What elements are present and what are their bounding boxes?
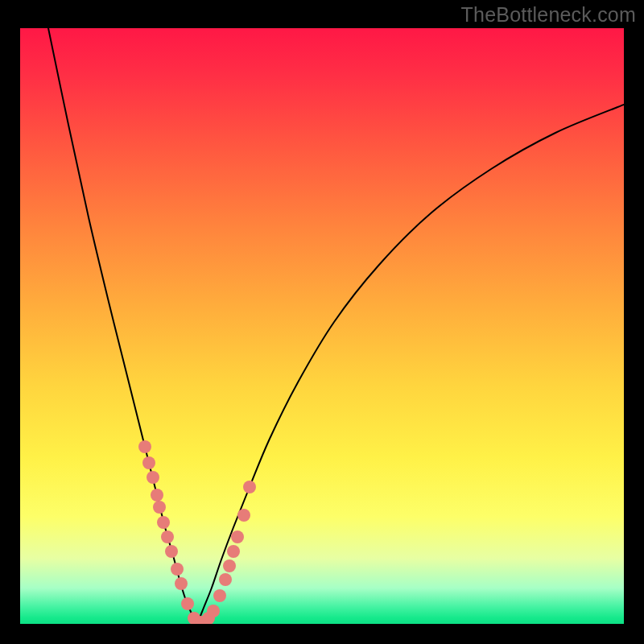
data-marker (147, 471, 159, 484)
curve-left (48, 28, 197, 624)
chart-container: TheBottleneck.com (0, 0, 644, 644)
data-marker (151, 489, 163, 502)
data-marker (138, 440, 151, 453)
data-marker (181, 597, 194, 610)
plot-svg (20, 28, 624, 624)
data-marker (243, 481, 256, 493)
data-marker (213, 589, 226, 602)
data-marker (175, 577, 188, 590)
curve-right (197, 105, 624, 624)
data-marker (153, 501, 166, 514)
data-marker (157, 516, 170, 529)
data-marker (227, 545, 240, 558)
data-marker (207, 605, 220, 617)
data-marker (161, 530, 174, 543)
watermark-text: TheBottleneck.com (461, 3, 636, 27)
marker-layer (138, 440, 256, 624)
data-marker (142, 456, 155, 469)
data-marker (165, 545, 178, 558)
data-marker (223, 559, 236, 572)
plot-area (20, 28, 624, 624)
data-marker (171, 563, 184, 576)
data-marker (231, 530, 244, 543)
data-marker (219, 573, 232, 586)
data-marker (237, 509, 250, 522)
